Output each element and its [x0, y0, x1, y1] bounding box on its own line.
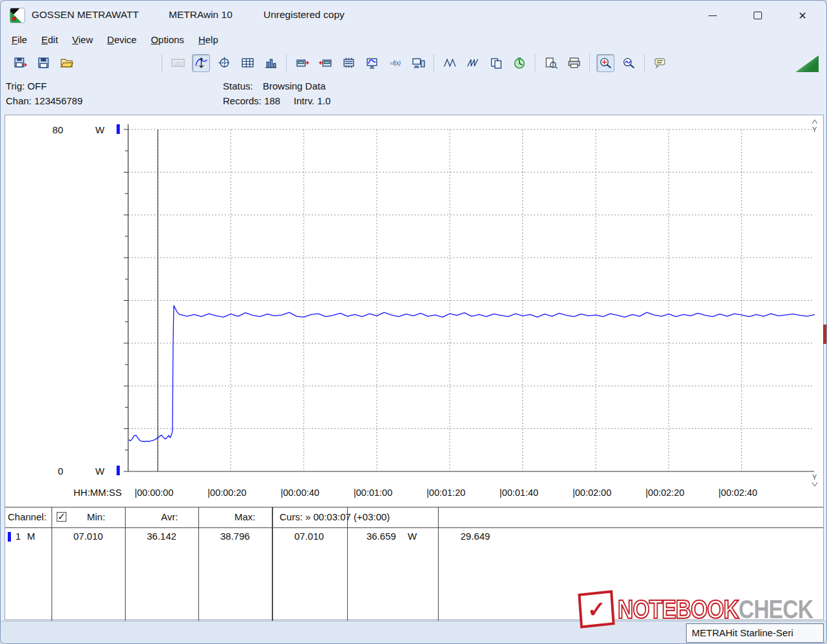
- svg-text:|00:02:20: |00:02:20: [645, 488, 684, 498]
- svg-text:|00:01:20: |00:01:20: [426, 488, 465, 498]
- zoom-signal-icon[interactable]: [620, 54, 638, 72]
- records-count: Records: 188: [223, 95, 280, 106]
- checkmark-icon: ✓: [587, 596, 605, 622]
- print-preview-icon[interactable]: [542, 54, 560, 72]
- menu-device[interactable]: Device: [100, 30, 144, 52]
- col-header-max: Max:: [234, 511, 256, 522]
- channel-visibility-checkbox[interactable]: ✓: [57, 512, 66, 522]
- minimize-button[interactable]: [698, 6, 727, 25]
- annotations-icon[interactable]: [651, 54, 669, 72]
- menubar: FileEditViewDeviceOptionsHelp: [1, 30, 826, 52]
- svg-text:=f(x): =f(x): [390, 60, 401, 66]
- wave-zigzag-icon[interactable]: [441, 54, 459, 72]
- toolbar: 1557=f(x): [1, 52, 826, 74]
- right-edge-marker: [823, 325, 826, 344]
- close-button[interactable]: ✕: [788, 6, 817, 25]
- svg-text:W: W: [95, 124, 105, 135]
- svg-text:W: W: [95, 466, 105, 477]
- zoom-in-icon[interactable]: [596, 54, 614, 72]
- svg-text:Y: Y: [812, 126, 817, 133]
- svg-text:1557: 1557: [173, 61, 183, 66]
- column-divider: [347, 507, 348, 621]
- display-1557-icon: 1557: [169, 54, 187, 72]
- row-cursor2-value: 36.659: [366, 531, 396, 542]
- watermark-word-notebook: NOTEBOOK: [618, 594, 739, 625]
- formula-icon[interactable]: =f(x): [386, 54, 404, 72]
- svg-text:|00:02:00: |00:02:00: [573, 488, 611, 498]
- table-view-icon[interactable]: [238, 54, 256, 72]
- svg-text:80: 80: [52, 124, 63, 135]
- svg-text:|00:00:20: |00:00:20: [207, 488, 246, 498]
- timer-icon[interactable]: [510, 54, 528, 72]
- save-data-icon[interactable]: [11, 54, 29, 72]
- menu-view[interactable]: View: [65, 30, 100, 52]
- col-header-cursor: Curs: » 00:03:07 (+03:00): [280, 511, 390, 522]
- svg-text:|00:00:00: |00:00:00: [135, 488, 173, 498]
- watermark-word-check: CHECK: [739, 594, 813, 625]
- app-logo-icon: [10, 8, 25, 23]
- titlebar-product: METRAwin 10: [169, 9, 233, 21]
- app-window: GOSSEN METRAWATT METRAwin 10 Unregistere…: [0, 0, 827, 644]
- column-divider: [52, 507, 52, 621]
- maximize-button[interactable]: [743, 6, 772, 25]
- titlebar-company: GOSSEN METRAWATT: [32, 9, 138, 21]
- save-file-icon[interactable]: [34, 54, 52, 72]
- row-unit: W: [408, 531, 417, 542]
- channel-color-marker: [8, 532, 11, 542]
- wave-saw-icon[interactable]: [464, 54, 482, 72]
- col-header-avr: Avr:: [161, 511, 178, 522]
- status-value: Browsing Data: [263, 80, 326, 91]
- level-indicator-icon: [795, 55, 819, 72]
- open-file-icon[interactable]: [57, 54, 75, 72]
- row-channel-flag: M: [27, 531, 35, 542]
- column-divider: [125, 507, 126, 621]
- power-chart[interactable]: |00:00:00|00:00:20|00:00:40|00:01:00|00:…: [5, 115, 823, 506]
- status-label: Status:: [223, 80, 253, 91]
- histogram-view-icon[interactable]: [261, 54, 280, 72]
- menu-file[interactable]: File: [5, 30, 34, 52]
- monitor-view-icon[interactable]: [363, 54, 381, 72]
- trigger-status: Trig: OFF: [6, 80, 47, 91]
- svg-text:|00:00:40: |00:00:40: [281, 488, 319, 498]
- menu-help[interactable]: Help: [191, 30, 225, 52]
- info-panel: Trig: OFF Chan: 123456789 Status: Browsi…: [1, 74, 826, 115]
- copy-values-icon[interactable]: [487, 54, 505, 72]
- column-divider: [198, 507, 199, 621]
- device-memory-icon[interactable]: [339, 54, 357, 72]
- xy-view-icon[interactable]: [215, 54, 233, 72]
- document-area: |00:00:00|00:00:20|00:00:40|00:01:00|00:…: [5, 115, 824, 620]
- row-max-value: 38.796: [220, 531, 250, 542]
- column-divider: [272, 507, 273, 621]
- channel-list: Chan: 123456789: [6, 95, 82, 106]
- col-header-channel: Channel:: [8, 511, 46, 522]
- column-divider: [438, 507, 439, 621]
- row-channel-number: 1: [15, 531, 21, 542]
- print-icon[interactable]: [565, 54, 583, 72]
- pc-connect-icon[interactable]: [409, 54, 427, 72]
- titlebar-license: Unregistered copy: [263, 9, 345, 21]
- interval-value: Intrv. 1.0: [294, 95, 330, 106]
- row-cursor1-value: 07.010: [294, 531, 324, 542]
- device-read-icon[interactable]: [293, 54, 311, 72]
- menu-options[interactable]: Options: [144, 30, 191, 52]
- yt-chart-icon[interactable]: [192, 54, 210, 72]
- svg-text:HH:MM:SS: HH:MM:SS: [73, 487, 122, 498]
- row-min-value: 07.010: [73, 531, 103, 542]
- svg-text:|00:01:40: |00:01:40: [500, 488, 538, 498]
- svg-text:|00:01:00: |00:01:00: [354, 488, 392, 498]
- svg-text:|00:02:40: |00:02:40: [719, 488, 757, 498]
- svg-text:0: 0: [58, 466, 63, 477]
- col-header-min: Min:: [87, 511, 105, 522]
- device-send-icon[interactable]: [316, 54, 334, 72]
- row-delta-value: 29.649: [461, 531, 490, 542]
- svg-text:Y: Y: [812, 473, 817, 481]
- notebookcheck-watermark: ✓ NOTEBOOK CHECK: [579, 592, 827, 627]
- titlebar: GOSSEN METRAWATT METRAwin 10 Unregistere…: [1, 1, 826, 30]
- notebookcheck-logo-icon: ✓: [578, 590, 615, 629]
- menu-edit[interactable]: Edit: [34, 30, 65, 52]
- row-avr-value: 36.142: [147, 531, 176, 542]
- header-divider: [5, 527, 823, 528]
